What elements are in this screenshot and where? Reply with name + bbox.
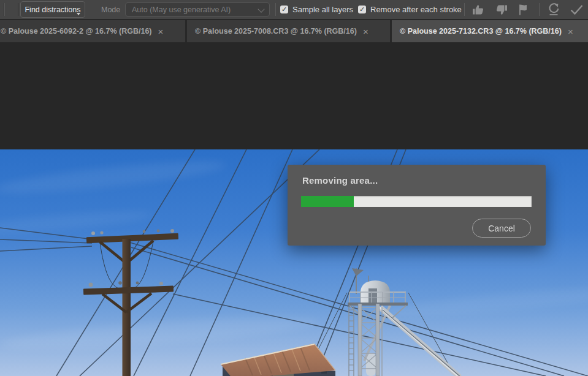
toolbar-divider (275, 3, 276, 16)
contextual-task-bar: Find distractions Mode Auto (May use gen… (0, 0, 588, 19)
sample-all-layers-label: Sample all layers (292, 5, 353, 14)
toolbar-divider (464, 3, 465, 16)
find-distractions-label: Find distractions (25, 6, 80, 14)
tab-title: © Palouse 2025-7132.CR3 @ 16.7% (RGB/16) (400, 27, 562, 36)
thumbs-down-icon[interactable] (494, 0, 508, 19)
progress-dialog: Removing area... Cancel (288, 165, 546, 246)
remove-after-stroke-label: Remove after each stroke (370, 5, 462, 14)
tab-palouse-7008[interactable]: © Palouse 2025-7008.CR3 @ 16.7% (RGB/16)… (187, 20, 390, 42)
progress-fill (301, 196, 354, 207)
dialog-title: Removing area... (302, 175, 378, 186)
tab-palouse-6092[interactable]: © Palouse 2025-6092-2 @ 16.7% (RGB/16) × (0, 20, 185, 42)
find-distractions-button[interactable]: Find distractions (20, 1, 85, 18)
cancel-button-label: Cancel (488, 224, 515, 233)
document-tab-bar: © Palouse 2025-6092-2 @ 16.7% (RGB/16) ×… (0, 20, 588, 42)
cancel-button[interactable]: Cancel (472, 219, 531, 238)
checkbox-checked-icon[interactable]: ✓ (280, 6, 288, 13)
progress-bar (301, 196, 532, 207)
chevron-down-icon (258, 6, 264, 12)
commit-check-icon[interactable] (569, 0, 584, 19)
panel-divider (18, 3, 18, 16)
close-icon[interactable]: × (158, 27, 164, 36)
toolbar-divider (539, 3, 540, 16)
mode-dropdown[interactable]: Auto (May use generative AI) (125, 2, 270, 17)
remove-after-stroke-checkbox[interactable]: ✓ Remove after each stroke (358, 0, 462, 19)
close-icon[interactable]: × (568, 27, 573, 36)
panel-divider (4, 3, 5, 16)
reset-icon[interactable] (546, 0, 562, 19)
dropdown-arrow-icon (77, 13, 80, 15)
mode-label: Mode (101, 0, 120, 19)
thumbs-up-icon[interactable] (472, 0, 486, 19)
checkbox-checked-icon[interactable]: ✓ (358, 6, 366, 13)
tab-title: © Palouse 2025-6092-2 @ 16.7% (RGB/16) (1, 27, 152, 36)
sample-all-layers-checkbox[interactable]: ✓ Sample all layers (280, 0, 353, 19)
flag-icon[interactable] (517, 0, 532, 19)
tab-title: © Palouse 2025-7008.CR3 @ 16.7% (RGB/16) (195, 27, 357, 36)
tab-palouse-7132[interactable]: © Palouse 2025-7132.CR3 @ 16.7% (RGB/16)… (392, 20, 588, 42)
mode-dropdown-value: Auto (May use generative AI) (132, 6, 231, 14)
close-icon[interactable]: × (363, 27, 368, 36)
